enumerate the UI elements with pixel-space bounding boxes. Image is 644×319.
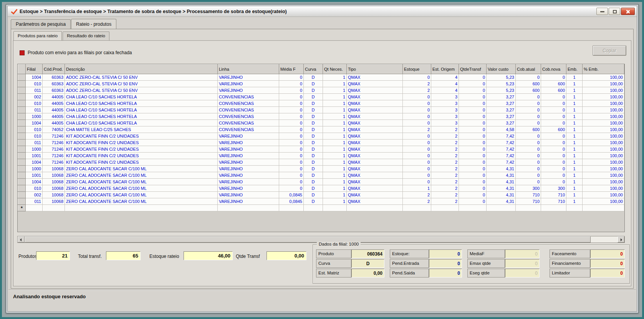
grid-cell[interactable]: 011 (26, 198, 43, 205)
grid-cell[interactable]: 1004 (26, 159, 43, 166)
grid-cell[interactable]: CONVENIENCIAS (218, 107, 279, 113)
grid-cell[interactable]: 0 (516, 74, 541, 81)
grid-cell[interactable]: 1 (566, 198, 583, 205)
grid-cell[interactable]: 011 (26, 87, 43, 94)
grid-cell[interactable]: 100,00 (583, 153, 624, 159)
grid-cell[interactable]: 0 (516, 140, 541, 146)
table-row[interactable]: 100171246KIT ADOCANTE FINN C/2 UNIDADESV… (18, 153, 624, 159)
grid-cell[interactable]: 1 (323, 185, 347, 192)
grid-cell[interactable]: 60363 (43, 81, 65, 87)
grid-cell[interactable]: 4,31 (487, 179, 516, 185)
grid-cell[interactable]: 44005 (43, 100, 65, 107)
grid-cell[interactable]: CHA MATTE LEAO C/25 SACHES (65, 126, 218, 133)
column-header[interactable]: Média F (279, 65, 304, 74)
grid-cell[interactable]: D (304, 126, 323, 133)
new-row[interactable]: * (18, 205, 624, 211)
grid-cell[interactable]: 0 (459, 74, 487, 81)
grid-cell[interactable]: CONVENIENCIAS (218, 120, 279, 126)
grid-cell[interactable]: 10068 (43, 192, 65, 198)
grid-cell[interactable]: 1 (566, 100, 583, 107)
grid-cell[interactable]: 710 (541, 198, 566, 205)
grid-cell[interactable]: 2 (431, 126, 459, 133)
grid-cell[interactable]: 100,00 (583, 172, 624, 179)
grid-cell[interactable]: 3 (431, 107, 459, 113)
grid-cell[interactable]: QMAX (347, 74, 403, 81)
grid-cell[interactable]: 0 (279, 107, 304, 113)
column-header[interactable]: Tipo (347, 65, 403, 74)
grid-cell[interactable] (487, 205, 516, 211)
grid-cell[interactable]: 0 (459, 107, 487, 113)
grid-cell[interactable]: 44005 (43, 120, 65, 126)
grid-cell[interactable]: 0 (279, 113, 304, 120)
grid-cell[interactable]: QMAX (347, 87, 403, 94)
grid-cell[interactable]: 5,23 (487, 81, 516, 87)
grid-cell[interactable]: D (304, 81, 323, 87)
grid-cell[interactable]: 100,00 (583, 198, 624, 205)
grid-cell[interactable]: 0 (403, 120, 431, 126)
table-row[interactable]: 100471246KIT ADOCANTE FINN C/2 UNIDADESV… (18, 159, 624, 166)
grid-cell[interactable]: 0 (459, 172, 487, 179)
grid-cell[interactable]: VAREJINHO (218, 198, 279, 205)
grid-cell[interactable]: 1 (566, 94, 583, 100)
grid-cell[interactable]: 2 (431, 179, 459, 185)
grid-cell[interactable]: 0 (516, 159, 541, 166)
grid-cell[interactable]: 1 (566, 192, 583, 198)
grid-cell[interactable]: D (304, 107, 323, 113)
grid-cell[interactable]: 3,27 (487, 100, 516, 107)
grid-cell[interactable]: 0 (516, 153, 541, 159)
grid-cell[interactable]: 100,00 (583, 81, 624, 87)
grid-cell[interactable]: 71246 (43, 146, 65, 153)
subtab-resultado-do-rateio[interactable]: Resultado do rateio (63, 32, 109, 40)
table-row[interactable]: 01010068ZERO CAL ADOCANTE SACAR C/100 ML… (18, 185, 624, 192)
table-row[interactable]: 01044005CHA LEAO C/10 SACHES HORTELACONV… (18, 100, 624, 107)
table-row[interactable]: 01144005CHA LEAO C/10 SACHES HORTELACONV… (18, 107, 624, 113)
grid-cell[interactable]: 300 (541, 185, 566, 192)
grid-cell[interactable] (279, 205, 304, 211)
grid-cell[interactable]: 2 (431, 185, 459, 192)
grid-cell[interactable]: 1001 (26, 172, 43, 179)
column-header[interactable]: Estoque (403, 65, 431, 74)
grid-cell[interactable]: 100,00 (583, 146, 624, 153)
grid-cell[interactable]: 0 (516, 133, 541, 140)
grid-cell[interactable]: 2 (403, 192, 431, 198)
grid-cell[interactable] (403, 205, 431, 211)
grid-cell[interactable]: CONVENIENCIAS (218, 100, 279, 107)
grid-cell[interactable]: 010 (26, 81, 43, 87)
grid-cell[interactable]: 4 (431, 81, 459, 87)
grid-cell[interactable]: D (304, 159, 323, 166)
grid-cell[interactable]: 4 (431, 87, 459, 94)
grid-cell[interactable]: 4,31 (487, 172, 516, 179)
column-header[interactable]: Cob.nova (541, 65, 566, 74)
grid-cell[interactable]: KIT ADOCANTE FINN C/2 UNIDADES (65, 140, 218, 146)
subtab-produtos-para-rateio[interactable]: Produtos para rateio (13, 31, 62, 40)
grid-cell[interactable]: 0 (403, 133, 431, 140)
grid-cell[interactable]: 100,00 (583, 140, 624, 146)
grid-cell[interactable]: 1000 (26, 113, 43, 120)
grid-cell[interactable]: 0 (279, 146, 304, 153)
grid-cell[interactable]: 1 (566, 153, 583, 159)
grid-cell[interactable]: 0 (516, 146, 541, 153)
grid-cell[interactable]: 5,23 (487, 74, 516, 81)
grid-cell[interactable]: 1 (323, 74, 347, 81)
grid-cell[interactable]: 0 (516, 120, 541, 126)
grid-cell[interactable]: 0 (459, 159, 487, 166)
grid-cell[interactable] (347, 205, 403, 211)
grid-cell[interactable]: 71246 (43, 140, 65, 146)
grid-cell[interactable]: ZERO CAL ADOCANTE SACAR C/100 ML (65, 185, 218, 192)
grid-cell[interactable]: 44005 (43, 94, 65, 100)
grid-cell[interactable]: 2 (431, 172, 459, 179)
grid-cell[interactable]: KIT ADOCANTE FINN C/2 UNIDADES (65, 133, 218, 140)
grid-cell[interactable]: 100,00 (583, 94, 624, 100)
grid-cell[interactable]: 71246 (43, 133, 65, 140)
grid-cell[interactable]: VAREJINHO (218, 179, 279, 185)
grid-cell[interactable]: CHA LEAO C/10 SACHES HORTELA (65, 120, 218, 126)
grid-cell[interactable]: 1 (323, 107, 347, 113)
grid-cell[interactable]: 0 (459, 133, 487, 140)
grid-cell[interactable]: 1 (566, 107, 583, 113)
grid-cell[interactable] (431, 205, 459, 211)
grid-cell[interactable] (218, 205, 279, 211)
grid-cell[interactable]: 0 (516, 179, 541, 185)
estoque-rateio-field[interactable]: 46,00 (184, 251, 233, 260)
grid-cell[interactable]: 1 (566, 120, 583, 126)
grid-cell[interactable]: 710 (516, 198, 541, 205)
